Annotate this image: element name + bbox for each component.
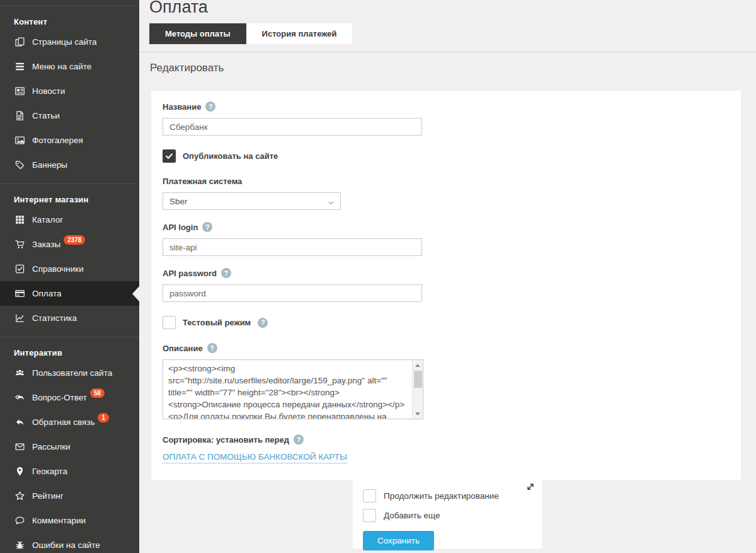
count-badge: 2378 — [64, 235, 85, 245]
description-label-row: Описание ? — [163, 343, 730, 353]
name-input[interactable] — [163, 118, 422, 136]
sidebar-section: Контент Страницы сайта Меню на сайте Нов… — [0, 6, 139, 184]
checkbox-list-icon — [14, 264, 25, 275]
add-more-checkbox[interactable] — [363, 509, 376, 522]
sidebar-item-stats-chart[interactable]: Статистика — [0, 306, 139, 330]
sidebar-item-checkbox-list[interactable]: Справочники — [0, 257, 139, 281]
sidebar-item-label: Каталог — [32, 215, 63, 224]
sidebar-item-label: Статистика — [32, 313, 77, 323]
description-label: Описание — [163, 344, 203, 353]
sidebar-item-credit-card[interactable]: Оплата — [0, 281, 139, 306]
textarea-scrollbar[interactable] — [412, 360, 423, 419]
description-textarea[interactable]: <p><strong><img src="http://site.ru/user… — [163, 360, 412, 419]
main-content: Оплата Методы оплаты История платежей Ре… — [139, 0, 756, 553]
api-password-label-row: API password ? — [163, 268, 730, 278]
reply-icon — [14, 417, 25, 428]
publish-checkbox[interactable] — [163, 149, 176, 163]
api-password-input[interactable] — [163, 284, 422, 302]
scrollbar-track[interactable] — [413, 370, 423, 409]
sidebar-item-banner[interactable]: Баннеры — [0, 153, 139, 177]
pages-icon — [14, 37, 25, 48]
sidebar-item-gallery[interactable]: Фотогалерея — [0, 128, 139, 153]
sidebar-item-news[interactable]: Новости — [0, 79, 139, 103]
sidebar-item-article[interactable]: Статьи — [0, 103, 139, 128]
api-login-input[interactable] — [163, 238, 422, 256]
help-icon[interactable]: ? — [202, 222, 212, 232]
continue-editing-checkbox[interactable] — [363, 489, 376, 503]
catalog-grid-icon — [14, 214, 25, 226]
publish-label: Опубликовать на сайте — [183, 151, 278, 161]
credit-card-icon — [14, 288, 25, 300]
sidebar-item-cart[interactable]: Заказы 2378 — [0, 232, 139, 257]
page-title: Оплата — [149, 0, 756, 17]
check-icon — [165, 152, 173, 160]
cart-icon — [14, 239, 25, 250]
sort-before-link[interactable]: ОПЛАТА С ПОМОЩЬЮ БАНКОВСКОЙ КАРТЫ — [163, 452, 347, 463]
help-icon[interactable]: ? — [207, 343, 217, 353]
sidebar-item-label: Комментарии — [32, 516, 86, 525]
app-window: Контент Страницы сайта Меню на сайте Нов… — [0, 0, 756, 553]
scroll-up-button[interactable] — [413, 360, 423, 370]
test-mode-checkbox-row[interactable]: Тестовый режим ? — [163, 316, 730, 329]
sidebar-item-label: Фотогалерея — [32, 136, 83, 145]
sidebar-section-title: Интерактив — [0, 337, 139, 361]
sidebar-item-label: Оплата — [32, 289, 61, 298]
add-more-row[interactable]: Добавить еще — [363, 509, 532, 522]
sidebar-item-label: Баннеры — [32, 160, 67, 170]
test-mode-checkbox[interactable] — [163, 316, 176, 329]
arrow-down-icon — [415, 412, 420, 416]
name-label: Название — [163, 102, 201, 112]
expand-icon[interactable] — [525, 482, 536, 492]
sort-label: Сортировка: установить перед — [163, 435, 289, 445]
sidebar-item-comment[interactable]: Комментарии — [0, 508, 139, 533]
sidebar-item-label: Страницы сайта — [32, 37, 96, 47]
sidebar: Контент Страницы сайта Меню на сайте Нов… — [0, 0, 139, 553]
sidebar-item-map-pin[interactable]: Геокарта — [0, 459, 139, 484]
bug-icon — [14, 540, 25, 551]
tab-payment-methods[interactable]: Методы оплаты — [149, 23, 246, 44]
publish-checkbox-row[interactable]: Опубликовать на сайте — [163, 149, 730, 163]
sidebar-item-label: Новости — [32, 86, 65, 96]
menu-icon — [14, 61, 25, 73]
sidebar-item-label: Рейтинг — [32, 491, 64, 501]
sidebar-item-reply[interactable]: Обратная связь 1 — [0, 410, 139, 434]
scrollbar-thumb[interactable] — [414, 371, 422, 388]
sidebar-item-reply-all[interactable]: Вопрос-Ответ 58 — [0, 385, 139, 410]
edit-heading: Редактировать — [150, 62, 756, 74]
sidebar-item-label: Ошибки на сайте — [32, 540, 100, 550]
sidebar-section-list: Страницы сайта Меню на сайте Новости Ста… — [0, 30, 139, 177]
scroll-down-button[interactable] — [413, 409, 423, 419]
sidebar-item-label: Заказы — [32, 240, 60, 249]
payment-system-select[interactable]: Sber — [163, 192, 341, 210]
sidebar-item-catalog-grid[interactable]: Каталог — [0, 207, 139, 232]
help-icon[interactable]: ? — [294, 434, 304, 445]
tab-payment-history[interactable]: История платежей — [246, 23, 353, 44]
save-panel: Продолжить редактирование Добавить еще С… — [353, 477, 542, 549]
sidebar-top-divider — [0, 0, 139, 6]
sidebar-item-menu[interactable]: Меню на сайте — [0, 54, 139, 79]
continue-editing-row[interactable]: Продолжить редактирование — [363, 489, 532, 503]
help-icon[interactable]: ? — [205, 102, 215, 112]
sidebar-section-list: Пользователи сайта Вопрос-Ответ 58 Обрат… — [0, 361, 139, 553]
sidebar-item-bug[interactable]: Ошибки на сайте — [0, 533, 139, 553]
help-icon[interactable]: ? — [221, 268, 231, 278]
save-button[interactable]: Сохранить — [363, 531, 434, 550]
api-login-label-row: API login ? — [163, 222, 730, 232]
name-label-row: Название ? — [163, 102, 730, 112]
tabbar: Методы оплаты История платежей — [149, 23, 756, 44]
star-icon — [14, 491, 25, 502]
arrow-up-icon — [415, 364, 420, 367]
api-password-label: API password — [163, 269, 217, 278]
sidebar-item-label: Рассылки — [32, 442, 71, 451]
sidebar-item-star[interactable]: Рейтинг — [0, 484, 139, 508]
payment-system-value: Sber — [169, 197, 188, 206]
description-textarea-wrap: <p><strong><img src="http://site.ru/user… — [163, 359, 423, 419]
sidebar-item-users[interactable]: Пользователи сайта — [0, 361, 139, 385]
sidebar-item-label: Справочники — [32, 264, 84, 274]
sidebar-item-label: Статьи — [32, 111, 60, 120]
sidebar-section-title: Интернет магазин — [0, 184, 139, 207]
help-icon[interactable]: ? — [258, 318, 268, 328]
sidebar-item-envelope[interactable]: Рассылки — [0, 434, 139, 459]
sidebar-item-label: Геокарта — [32, 467, 67, 476]
sidebar-item-pages[interactable]: Страницы сайта — [0, 30, 139, 54]
